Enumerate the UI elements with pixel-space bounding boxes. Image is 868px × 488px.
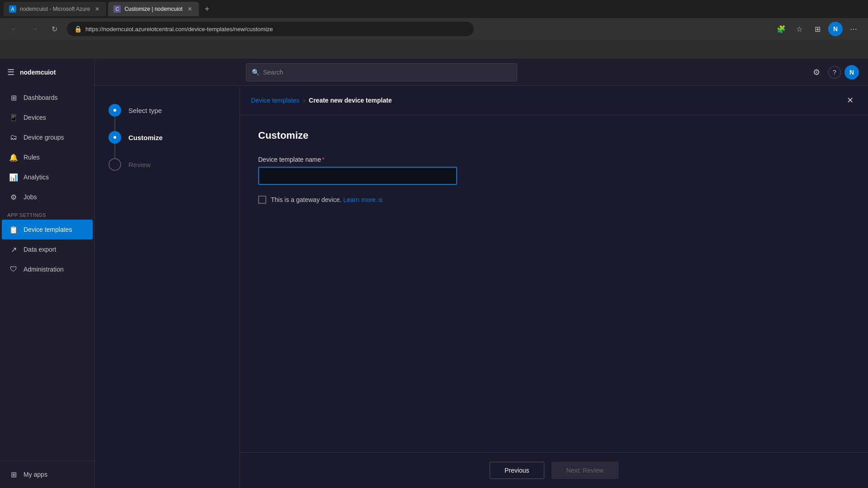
sidebar-item-dashboards[interactable]: ⊞ Dashboards [2, 88, 93, 108]
tab-title-customize: Customize | nodemcuiot [124, 6, 183, 12]
step-circle-review [108, 158, 121, 171]
sidebar-item-label-dashboards: Dashboards [24, 94, 58, 101]
wizard-container: Select type Customize Review [95, 86, 868, 488]
breadcrumb-current: Create new device template [309, 97, 392, 104]
step-customize: Customize [108, 131, 226, 144]
step-label-customize: Customize [128, 134, 163, 141]
app-settings-label: App settings [0, 207, 94, 220]
app-layout: ☰ nodemcuiot ⊞ Dashboards 📱 Devices 🗂 De… [0, 59, 868, 488]
required-mark: * [322, 156, 324, 163]
sidebar-item-rules[interactable]: 🔔 Rules [2, 147, 93, 167]
sidebar-item-label-devices: Devices [24, 114, 46, 121]
step-label-review: Review [128, 161, 151, 169]
dialog-footer: Previous Next: Review [240, 452, 868, 488]
next-review-button[interactable]: Next: Review [552, 462, 618, 479]
sidebar-header: ☰ nodemcuiot [0, 59, 94, 86]
sidebar-item-label-administration: Administration [24, 266, 64, 273]
sidebar-footer: ⊞ My apps [0, 460, 94, 488]
extensions-button[interactable]: 🧩 [774, 22, 788, 36]
search-bar[interactable]: 🔍 Search [246, 63, 517, 81]
tab-azure[interactable]: A nodemcuiot - Microsoft Azure ✕ [4, 2, 106, 16]
dialog-close-button[interactable]: ✕ [843, 93, 857, 108]
form-label-name: Device template name* [258, 156, 850, 163]
new-tab-button[interactable]: + [201, 3, 213, 15]
sidebar-item-jobs[interactable]: ⚙ Jobs [2, 187, 93, 207]
tab-favicon-azure: A [9, 5, 16, 13]
gateway-label: This is a gateway device. Learn more.⧉ [271, 196, 382, 203]
data-export-icon: ↗ [9, 245, 18, 254]
sidebar-item-label-device-groups: Device groups [24, 134, 64, 141]
collections-button[interactable]: ⊞ [810, 22, 825, 36]
tab-close-customize[interactable]: ✕ [186, 5, 193, 13]
sidebar-item-devices[interactable]: 📱 Devices [2, 108, 93, 127]
breadcrumb-link-device-templates[interactable]: Device templates [251, 97, 299, 104]
wizard-steps: Select type Customize Review [95, 86, 240, 488]
sidebar-item-device-templates[interactable]: 📋 Device templates [2, 220, 93, 239]
device-groups-icon: 🗂 [9, 133, 18, 142]
jobs-icon: ⚙ [9, 192, 18, 202]
main-content: 🔍 Search ⚙ ? N Select type [95, 59, 868, 488]
search-placeholder: Search [263, 69, 283, 76]
sidebar-item-data-export[interactable]: ↗ Data export [2, 239, 93, 259]
sidebar-nav: ⊞ Dashboards 📱 Devices 🗂 Device groups 🔔… [0, 86, 94, 460]
address-bar[interactable]: 🔒 https://nodemcuiot.azureiotcentral.com… [67, 22, 474, 36]
browser-chrome: A nodemcuiot - Microsoft Azure ✕ C Custo… [0, 0, 868, 59]
rules-icon: 🔔 [9, 153, 18, 162]
dialog-panel: Device templates › Create new device tem… [240, 86, 868, 488]
breadcrumb: Device templates › Create new device tem… [251, 97, 392, 104]
sidebar-item-my-apps[interactable]: ⊞ My apps [2, 465, 93, 484]
gateway-checkbox[interactable] [258, 196, 266, 204]
user-profile-button[interactable]: N [844, 65, 859, 80]
administration-icon: 🛡 [9, 265, 18, 274]
gateway-checkbox-group: This is a gateway device. Learn more.⧉ [258, 196, 850, 204]
step-circle-select-type [108, 104, 121, 117]
device-templates-icon: 📋 [9, 225, 18, 234]
device-template-name-input[interactable] [258, 167, 457, 185]
header-actions: ⚙ ? N [808, 64, 859, 80]
form-group-name: Device template name* [258, 156, 850, 185]
learn-more-link[interactable]: Learn more.⧉ [343, 196, 382, 203]
forward-button[interactable]: → [27, 22, 42, 36]
my-apps-icon: ⊞ [9, 470, 18, 479]
dialog-title: Customize [258, 130, 850, 141]
dialog-body: Customize Device template name* This is … [240, 115, 868, 488]
lock-icon: 🔒 [74, 25, 82, 33]
tab-bar: A nodemcuiot - Microsoft Azure ✕ C Custo… [0, 0, 868, 18]
sidebar-item-analytics[interactable]: 📊 Analytics [2, 167, 93, 187]
sidebar-item-label-device-templates: Device templates [24, 226, 72, 233]
hamburger-icon[interactable]: ☰ [7, 67, 14, 77]
refresh-button[interactable]: ↻ [47, 22, 61, 36]
nav-actions: 🧩 ☆ ⊞ N ⋯ [774, 22, 861, 36]
devices-icon: 📱 [9, 113, 18, 122]
help-button[interactable]: ? [828, 66, 841, 79]
app-header: 🔍 Search ⚙ ? N [95, 59, 868, 86]
favorites-button[interactable]: ☆ [792, 22, 807, 36]
analytics-icon: 📊 [9, 173, 18, 182]
tab-title-azure: nodemcuiot - Microsoft Azure [20, 6, 90, 12]
search-icon: 🔍 [252, 69, 259, 76]
breadcrumb-separator: › [303, 97, 305, 104]
step-review: Review [108, 158, 226, 171]
tab-favicon-customize: C [113, 5, 121, 13]
app-logo: nodemcuiot [20, 69, 56, 76]
sidebar-item-label-analytics: Analytics [24, 174, 49, 181]
sidebar-item-label-data-export: Data export [24, 246, 56, 253]
tab-close-azure[interactable]: ✕ [94, 5, 101, 13]
sidebar-item-label-jobs: Jobs [24, 193, 37, 201]
settings-button[interactable]: ⚙ [808, 64, 825, 80]
profile-button[interactable]: N [828, 22, 843, 36]
tab-customize[interactable]: C Customize | nodemcuiot ✕ [108, 2, 199, 16]
previous-button[interactable]: Previous [490, 462, 544, 479]
sidebar-item-device-groups[interactable]: 🗂 Device groups [2, 127, 93, 147]
sidebar-item-administration[interactable]: 🛡 Administration [2, 259, 93, 279]
address-url: https://nodemcuiot.azureiotcentral.com/d… [85, 26, 273, 33]
step-circle-customize [108, 131, 121, 144]
sidebar: ☰ nodemcuiot ⊞ Dashboards 📱 Devices 🗂 De… [0, 59, 95, 488]
more-button[interactable]: ⋯ [846, 22, 861, 36]
sidebar-item-label-my-apps: My apps [24, 471, 47, 478]
external-link-icon: ⧉ [378, 197, 382, 203]
sidebar-item-label-rules: Rules [24, 154, 40, 161]
dashboards-icon: ⊞ [9, 93, 18, 102]
step-label-select-type: Select type [128, 107, 162, 114]
back-button[interactable]: ← [7, 22, 22, 36]
